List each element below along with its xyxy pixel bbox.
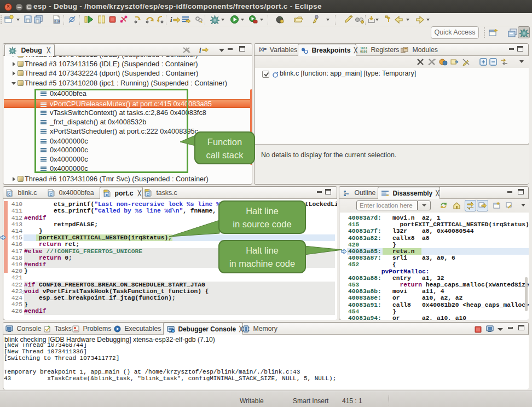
svg-text:0101: 0101 xyxy=(360,50,367,53)
svg-text:c: c xyxy=(147,192,149,197)
svg-text:i: i xyxy=(199,47,201,54)
svg-text:c: c xyxy=(8,192,10,197)
svg-text:i: i xyxy=(170,15,172,24)
svg-text:010: 010 xyxy=(55,20,60,24)
svg-text:c: c xyxy=(106,192,108,197)
svg-text:c: c xyxy=(50,192,52,197)
